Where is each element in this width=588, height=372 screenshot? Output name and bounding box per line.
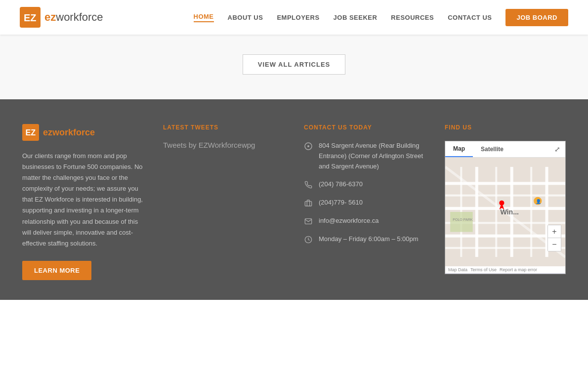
email-icon: [304, 217, 313, 226]
footer-col-about: EZ ezworkforce Our clients range from mo…: [22, 124, 143, 280]
footer-col-contact: CONTACT US TODAY 804 Sargent Avenue (Rea…: [304, 124, 425, 280]
nav-about[interactable]: ABOUT US: [228, 14, 263, 21]
articles-section: VIEW ALL ARTICLES: [0, 35, 588, 99]
nav-resources[interactable]: RESOURCES: [391, 14, 434, 21]
map-data-label: Map Data: [448, 267, 467, 272]
hours-text: Monday – Friday 6:00am – 5:00pm: [319, 234, 419, 245]
svg-text:👤: 👤: [536, 199, 542, 205]
logo-link[interactable]: EZ ezworkforce: [20, 7, 103, 28]
svg-rect-6: [305, 202, 311, 206]
nav-job-seeker[interactable]: JOB SEEKER: [334, 14, 378, 21]
footer-col-map: FIND US Map Satellite ⤢: [445, 124, 566, 280]
footer-col-tweets: LATEST TWEETS Tweets by EZWorkforcewpg: [163, 124, 284, 280]
find-us-title: FIND US: [445, 124, 566, 131]
map-container: Map Satellite ⤢: [445, 141, 566, 274]
nav-contact[interactable]: CONTACT US: [448, 14, 492, 21]
contact-address-item: 804 Sargent Avenue (Rear Building Entran…: [304, 141, 425, 171]
job-board-button[interactable]: JOB BOARD: [505, 9, 568, 26]
map-report[interactable]: Report a map error: [500, 267, 537, 272]
footer-logo-area: EZ ezworkforce: [22, 124, 143, 141]
contact-email-item: info@ezworkforce.ca: [304, 216, 425, 226]
email-text: info@ezworkforce.ca: [319, 216, 379, 226]
contact-phone1-item: (204) 786-6370: [304, 179, 425, 190]
tweets-section-title: LATEST TWEETS: [163, 124, 284, 131]
phone1-text: (204) 786-6370: [319, 179, 363, 190]
contact-section-title: CONTACT US TODAY: [304, 124, 425, 131]
footer-description: Our clients range from mom and pop busin…: [22, 151, 143, 249]
nav-home[interactable]: HOME: [194, 13, 214, 22]
tweets-by-label: Tweets by EZWorkforcewpg: [163, 141, 284, 149]
learn-more-button[interactable]: LEARN MORE: [22, 261, 91, 280]
map-tab-map[interactable]: Map: [445, 141, 473, 157]
phone-icon: [304, 180, 313, 189]
contact-hours-item: Monday – Friday 6:00am – 5:00pm: [304, 234, 425, 245]
svg-text:POLO PARK: POLO PARK: [453, 218, 473, 222]
clock-icon: [304, 235, 313, 244]
svg-rect-17: [495, 167, 497, 257]
footer-logo-text: ezworkforce: [43, 127, 95, 138]
address-text: 804 Sargent Avenue (Rear Building Entran…: [319, 141, 425, 171]
contact-phone2-item: (204)779- 5610: [304, 198, 425, 208]
footer-grid: EZ ezworkforce Our clients range from mo…: [22, 124, 566, 280]
svg-rect-19: [530, 167, 532, 257]
map-terms[interactable]: Terms of Use: [470, 267, 497, 272]
phone2-text: (204)779- 5610: [319, 198, 363, 208]
main-nav: HOME ABOUT US EMPLOYERS JOB SEEKER RESOU…: [194, 9, 568, 26]
map-fullscreen-button[interactable]: ⤢: [549, 141, 565, 157]
map-body: POLO PARK Win... 👤 + −: [445, 158, 565, 266]
map-zoom-out[interactable]: −: [548, 238, 561, 251]
view-all-container: VIEW ALL ARTICLES: [20, 44, 568, 80]
svg-rect-16: [475, 167, 478, 257]
svg-point-5: [307, 145, 309, 147]
svg-text:EZ: EZ: [25, 128, 36, 137]
fax-icon: [304, 199, 313, 207]
nav-employers[interactable]: EMPLOYERS: [277, 14, 319, 21]
footer-logo-icon: EZ: [22, 124, 39, 141]
view-all-articles-button[interactable]: VIEW ALL ARTICLES: [243, 54, 346, 75]
footer: EZ ezworkforce Our clients range from mo…: [0, 99, 588, 300]
map-zoom-in[interactable]: +: [548, 225, 561, 238]
svg-text:Win...: Win...: [500, 208, 519, 216]
map-footer-bar: Map Data Terms of Use Report a map error: [445, 266, 565, 273]
map-tab-satellite[interactable]: Satellite: [473, 141, 511, 157]
map-header: Map Satellite ⤢: [445, 141, 565, 158]
logo-text: ezworkforce: [44, 11, 103, 24]
svg-text:EZ: EZ: [24, 12, 37, 23]
logo-icon: EZ: [20, 7, 41, 28]
map-zoom-controls: + −: [547, 225, 561, 251]
header: EZ ezworkforce HOME ABOUT US EMPLOYERS J…: [0, 0, 588, 35]
email-link[interactable]: info@ezworkforce.ca: [319, 217, 379, 224]
map-marker-icon: [304, 142, 313, 151]
svg-rect-22: [450, 212, 473, 232]
